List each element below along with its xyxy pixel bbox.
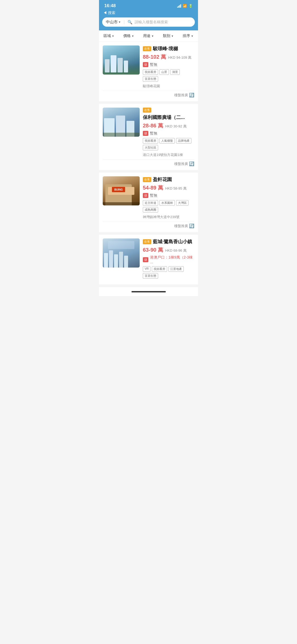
refresh-icon-1[interactable]: 🔄 <box>189 93 194 98</box>
price-main-2: 28-86 萬 <box>143 122 163 129</box>
tags-row-1: 視頻看房 山景 湖景 宜居生態 <box>143 69 194 82</box>
promo-label-1: 樓盤推廣 <box>174 93 188 98</box>
price-hkd-2: HKD 30-92 萬 <box>165 124 187 129</box>
card-address-2: 港口大道19號怡方花園1棟 <box>143 153 194 157</box>
listing-image-2 <box>103 108 140 137</box>
loan-badge-1: 儲 <box>143 62 148 67</box>
city-label: 中山市 <box>106 20 118 25</box>
city-selector[interactable]: 中山市 ▼ <box>106 20 121 25</box>
card-title-3: 盈軒花園 <box>153 176 172 183</box>
filter-type[interactable]: 類別 ▼ <box>158 34 178 38</box>
listing-card-3[interactable]: BUING 在售 盈軒花園 54-89 萬 HKD 58-95 萬 儲 暫無 近… <box>99 173 198 232</box>
status-badge-4: 在售 <box>143 239 151 244</box>
filter-usage[interactable]: 用途 ▼ <box>139 34 158 38</box>
price-hkd-3: HKD 58-95 萬 <box>165 186 187 191</box>
search-icon: 🔍 <box>128 20 133 25</box>
home-indicator <box>131 291 166 292</box>
status-bar: 16:48 📶 🔋 <box>99 0 198 10</box>
tag-3-3: 成熟商圈 <box>143 207 158 213</box>
filter-usage-label: 用途 <box>143 34 150 38</box>
filter-region-label: 區域 <box>103 34 111 38</box>
status-icons: 📶 🔋 <box>177 4 193 8</box>
signal-icon <box>177 4 181 8</box>
price-main-1: 88-102 萬 <box>143 53 166 61</box>
filter-sort[interactable]: 排序 ▼ <box>178 34 198 38</box>
card-footer-3: 樓盤推廣 🔄 <box>103 222 194 228</box>
tags-row-4: VR 視頻看房 江景地產 宜居生態 <box>143 266 194 279</box>
card-footer-1: 樓盤推廣 🔄 <box>103 91 194 98</box>
promo-label-2: 樓盤推廣 <box>174 162 188 166</box>
tag-1-1: 山景 <box>159 69 169 75</box>
listing-image-4 <box>103 238 140 268</box>
tag-4-0: VR <box>143 266 150 272</box>
filter-sort-arrow: ▼ <box>191 35 194 38</box>
price-hkd-4: HKD 68-96 萬 <box>165 248 187 253</box>
filter-sort-label: 排序 <box>183 34 190 38</box>
listing-card-4[interactable]: 在售 藍城·鷺島香山小鎮 63-90 萬 HKD 68-96 萬 儲 港澳戶口：… <box>99 235 198 284</box>
tags-row-3: 近主幹道 水系園林 大灣區 成熟商圈 <box>143 200 194 213</box>
status-badge-1: 在售 <box>143 46 151 51</box>
loan-text-4: 港澳戶口：1棟9萬（2-3棟 ... <box>150 255 194 264</box>
loan-text-3: 暫無 <box>150 193 157 198</box>
tag-3-2: 大灣區 <box>176 200 188 206</box>
filter-usage-arrow: ▼ <box>151 35 154 38</box>
tag-4-1: 視頻看房 <box>152 266 167 272</box>
search-divider <box>124 20 124 24</box>
bottom-bar <box>99 287 198 296</box>
filter-price-label: 價格 <box>123 34 131 38</box>
refresh-icon-2[interactable]: 🔄 <box>189 161 194 166</box>
filter-price-arrow: ▼ <box>131 35 134 38</box>
loan-badge-2: 儲 <box>143 131 148 136</box>
tag-2-0: 視頻看房 <box>143 138 158 144</box>
tag-1-3: 宜居生態 <box>143 76 158 82</box>
card-address-1: 駿璟峰花園 <box>143 84 194 89</box>
filter-type-label: 類別 <box>163 34 170 38</box>
tag-2-2: 品牌地產 <box>176 138 191 144</box>
refresh-icon-3[interactable]: 🔄 <box>189 223 194 228</box>
filter-region-arrow: ▼ <box>112 35 114 38</box>
filter-type-arrow: ▼ <box>171 35 174 38</box>
listing-image-3: BUING <box>103 176 140 205</box>
battery-icon: 🔋 <box>188 4 193 8</box>
price-main-3: 54-89 萬 <box>143 184 163 191</box>
filter-price[interactable]: 價格 ▼ <box>119 34 139 38</box>
nav-back-button[interactable]: ◀ 搜索 <box>103 11 194 15</box>
listing-info-1: 在售 駿璟峰·境樾 88-102 萬 HKD 94-109 萬 儲 暫無 視頻看… <box>143 45 194 89</box>
loan-badge-4: 儲 <box>143 257 148 262</box>
tag-4-2: 江景地產 <box>168 266 184 272</box>
tag-1-2: 湖景 <box>170 69 180 75</box>
listing-info-2: 在售 保利國際廣場（二... 28-86 萬 HKD 30-92 萬 儲 暫無 … <box>143 108 194 157</box>
loan-text-1: 暫無 <box>150 62 157 67</box>
card-footer-2: 樓盤推廣 🔄 <box>103 159 194 166</box>
status-badge-3: 在售 <box>143 177 151 182</box>
card-title-2: 保利國際廣場（二... <box>143 114 185 121</box>
listing-card-1[interactable]: 在售 駿璟峰·境樾 88-102 萬 HKD 94-109 萬 儲 暫無 視頻看… <box>99 42 198 101</box>
tag-2-3: 大型社區 <box>143 145 158 150</box>
listing-info-3: 在售 盈軒花園 54-89 萬 HKD 58-95 萬 儲 暫無 近主幹道 水系… <box>143 176 194 219</box>
wifi-icon: 📶 <box>183 4 187 8</box>
loan-text-2: 暫無 <box>150 131 157 136</box>
listing-image-1 <box>103 45 140 75</box>
listings-container: 在售 駿璟峰·境樾 88-102 萬 HKD 94-109 萬 儲 暫無 視頻看… <box>99 42 198 284</box>
tag-2-1: 人氣樓盤 <box>159 138 175 144</box>
listing-card-2[interactable]: 在售 保利國際廣場（二... 28-86 萬 HKD 30-92 萬 儲 暫無 … <box>99 104 198 170</box>
search-placeholder: 請輸入樓盤名稱搜索 <box>135 20 168 25</box>
filter-bar: 區域 ▼ 價格 ▼ 用途 ▼ 類別 ▼ 排序 ▼ <box>99 30 198 42</box>
card-title-4: 藍城·鷺島香山小鎮 <box>153 238 192 245</box>
loan-badge-3: 儲 <box>143 193 148 198</box>
status-badge-2: 在售 <box>143 108 151 113</box>
tag-3-1: 水系園林 <box>159 200 175 206</box>
header: 中山市 ▼ 🔍 請輸入樓盤名稱搜索 <box>99 15 198 30</box>
promo-label-3: 樓盤推廣 <box>174 224 188 228</box>
search-bar[interactable]: 中山市 ▼ 🔍 請輸入樓盤名稱搜索 <box>102 17 195 27</box>
filter-region[interactable]: 區域 ▼ <box>99 34 119 38</box>
card-title-1: 駿璟峰·境樾 <box>153 45 178 52</box>
price-hkd-1: HKD 94-109 萬 <box>168 55 191 60</box>
tag-3-0: 近主幹道 <box>143 200 158 206</box>
tag-1-0: 視頻看房 <box>143 69 158 75</box>
tags-row-2: 視頻看房 人氣樓盤 品牌地產 大型社區 <box>143 138 194 150</box>
tag-4-3: 宜居生態 <box>143 273 158 279</box>
price-main-4: 63-90 萬 <box>143 246 163 254</box>
status-time: 16:48 <box>104 3 116 8</box>
city-dropdown-icon: ▼ <box>118 21 121 24</box>
